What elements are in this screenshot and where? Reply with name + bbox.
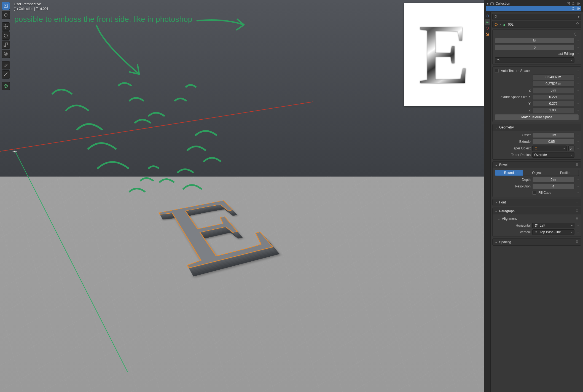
panel-alignment-header[interactable]: ⌄Alignment⠿ [495,216,579,222]
properties-tab-material[interactable] [485,25,490,31]
outliner[interactable]: ▾ Collection [484,0,583,12]
field-reset-dot[interactable] [577,47,579,48]
tool-scale[interactable] [2,41,10,49]
panel-bevel-header[interactable]: ⌄Bevel⠿ [493,162,581,168]
svg-point-9 [573,3,574,4]
svg-point-15 [578,8,579,9]
toolbar-left [2,2,10,90]
field-reset-dot[interactable] [577,192,579,194]
panel-texture-space: Auto Texture Space 0.24007 m 0.27528 m Z… [492,66,581,122]
field-reset-dot[interactable] [577,154,579,156]
svg-rect-21 [486,33,487,34]
bevel-mode-object[interactable]: Object [523,170,551,176]
field-reset-dot[interactable] [577,59,579,61]
outliner-collection-row[interactable]: ▾ Collection [486,1,581,6]
field-reset-dot[interactable] [577,53,579,55]
fill-caps-checkbox[interactable] [532,191,536,195]
field-reset-dot[interactable] [577,186,579,187]
texture-location-y[interactable]: 0.27528 m [532,81,574,87]
field-reset-dot[interactable] [577,231,579,233]
texture-size-x[interactable]: 0.221 [532,94,574,100]
viewport-info-line2: (1) Collection | Text.001 [14,7,49,11]
panel-font-header[interactable]: ›Font⠿ [493,199,581,206]
tool-move[interactable] [2,22,10,31]
outliner-checkbox-icon[interactable] [566,2,570,6]
panel-geometry-header[interactable]: ⌄Geometry⠿ [493,124,581,131]
fill-caps-label: Fill Caps [538,191,551,195]
taper-radius-select[interactable]: Override [532,152,574,158]
properties-tab-strip: a [484,12,491,392]
field-reset-dot[interactable] [577,76,579,78]
bevel-resolution-field[interactable]: 4 [532,184,574,189]
tool-measure[interactable] [2,70,10,79]
panel-spacing-header[interactable]: ⌄Spacing⠿ [493,239,581,245]
field-reset-dot[interactable] [577,225,579,226]
geometry-offset-field[interactable]: 0 m [532,132,574,138]
texture-size-y[interactable]: 0.275 [532,101,574,106]
search-icon [494,15,498,19]
field-reset-dot[interactable] [577,70,579,72]
svg-point-11 [578,3,579,4]
field-reset-dot[interactable] [577,40,579,42]
properties-body: ▾ › a 002 64 [491,12,583,392]
svg-rect-25 [535,147,537,149]
texture-size-z[interactable]: 1.000 [532,108,574,113]
align-vertical-select[interactable]: Top Base-Line [532,229,574,235]
texture-location-x[interactable]: 0.24007 m [532,74,574,80]
viewport-3d[interactable]: User Perspective (1) Collection | Text.0… [0,0,484,392]
taper-object-select[interactable] [532,146,567,151]
pin-icon[interactable] [576,22,579,27]
align-horizontal-select[interactable]: Left [532,223,574,228]
auto-texture-space-checkbox[interactable] [495,69,499,73]
eyedropper-button[interactable] [568,146,574,151]
outliner-render-icon[interactable] [576,2,580,6]
tool-add-cube[interactable] [2,82,10,90]
properties-tab-object-data[interactable]: a [485,19,490,25]
svg-point-6 [14,151,16,152]
panel-paragraph-header[interactable]: ⌄Paragraph⠿ [493,208,581,214]
bevel-depth-field[interactable]: 0 m [532,177,574,182]
field-reset-dot[interactable] [577,90,579,91]
object-icon [534,146,538,150]
field-reset-dot[interactable] [577,147,579,149]
properties-tab-texture[interactable] [485,31,490,37]
outliner-visibility-icon[interactable] [571,2,575,6]
fast-editing-label: ast Editing [558,52,574,56]
fill-mode-select[interactable]: th [495,57,574,63]
annotation-scribbles [30,77,234,232]
geometry-extrude-field[interactable]: 0.05 m [532,139,574,144]
svg-rect-16 [579,8,580,9]
object-breadcrumb[interactable]: › a 002 [492,21,581,28]
field-reset-dot[interactable] [577,103,579,104]
svg-point-13 [573,8,574,9]
bevel-mode-profile[interactable]: Profile [551,170,579,176]
properties-search[interactable]: ▾ [492,14,581,20]
field-reset-dot[interactable] [577,179,579,181]
field-reset-dot[interactable] [577,141,579,143]
tool-annotate[interactable] [2,61,10,69]
panel-bevel: ⌄Bevel⠿ Round Object Profile Depth0 m Re… [492,161,581,197]
outliner-render-icon[interactable] [576,7,580,10]
field-reset-dot[interactable] [577,134,579,136]
svg-rect-3 [6,43,8,45]
match-texture-space-button[interactable]: Match Texture Space [495,114,579,120]
svg-rect-0 [4,4,7,7]
bevel-mode-round[interactable]: Round [495,170,523,176]
texture-location-z[interactable]: 0 m [532,88,574,93]
svg-rect-22 [487,34,489,36]
tool-rotate[interactable] [2,31,10,40]
field-reset-dot[interactable] [577,96,579,98]
resolution-u-field[interactable]: 64 [495,38,574,44]
panel-geometry: ⌄Geometry⠿ Offset0 m Extrude0.05 m Taper… [492,124,581,160]
tool-transform[interactable] [2,50,10,58]
outliner-selected-row[interactable] [486,6,581,11]
properties-tab-render[interactable] [485,13,490,19]
svg-text:a: a [504,23,505,26]
field-reset-dot[interactable] [577,83,579,85]
resolution-v-field[interactable]: 0 [495,45,574,50]
field-reset-dot[interactable] [577,109,579,111]
tool-cursor[interactable] [2,11,10,19]
outliner-collection-label: Collection [496,2,510,6]
tool-select-box[interactable] [2,2,10,10]
outliner-visibility-icon[interactable] [571,7,575,10]
